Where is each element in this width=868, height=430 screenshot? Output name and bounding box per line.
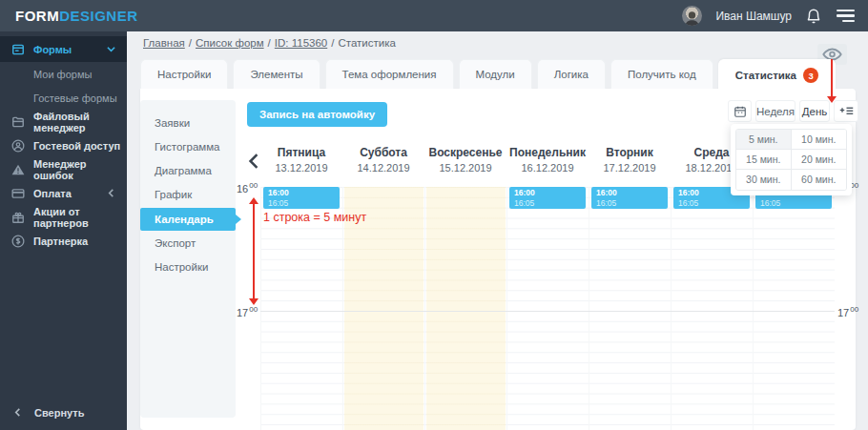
sidebar-collapse-button[interactable]: Свернуть [0,400,127,424]
inner-nav-item-5[interactable]: Экспорт [140,232,236,256]
tab-3[interactable]: Модули [459,59,532,89]
tab-4[interactable]: Логика [537,59,606,89]
sidebar-item-3[interactable]: Файловый менеджер [0,110,127,133]
time-label-left-1: 1700 [237,305,258,318]
sidebar-item-label: Гостевой доступ [33,140,120,152]
inner-nav-item-6[interactable]: Настройки [140,256,236,279]
event-time-next: 16:05 [678,198,750,209]
event-time-start: 16:00 [596,188,668,198]
chevron-down-icon [107,45,115,53]
day-header-4: Вторник17.12.2019 [589,146,671,174]
sidebar-item-label: Гостевые формы [33,92,117,104]
event-time-next: 16:05 [268,198,340,209]
booking-form-button[interactable]: Запись на автомойку [247,102,387,127]
event-time-next: 16:05 [596,198,668,209]
day-header-3: Понедельник16.12.2019 [506,146,589,174]
sidebar-item-label: Файловый менеджер [33,111,127,133]
breadcrumb-item-3: Статистика [338,37,395,49]
view-day-button[interactable]: День [799,100,830,122]
calendar-event-2[interactable]: 16:0016:05 [591,187,668,209]
tab-badge: 3 [803,68,818,83]
day-date: 16.12.2019 [506,162,589,174]
time-minutes: 00 [850,305,858,314]
affiliate-icon [11,235,25,248]
event-time-next: 16:05 [514,198,586,209]
inner-nav-item-2[interactable]: Диаграмма [140,159,236,183]
sidebar-item-label: Акции от партнеров [33,206,127,229]
tab-label: Получить код [628,69,696,80]
interval-option-2[interactable]: 15 мин. [736,150,792,170]
notifications-bell-icon[interactable] [805,8,822,25]
menu-burger-icon[interactable] [836,10,855,22]
sidebar-item-1[interactable]: Мои формы [0,62,127,86]
sidebar-nav: ФормыМои формыГостевые формыФайловый мен… [0,36,127,253]
inner-nav-item-0[interactable]: Заявки [140,112,236,135]
tab-5[interactable]: Получить код [610,59,713,89]
breadcrumb-item-0[interactable]: Главная [143,37,185,49]
topbar-right: Иван Шамшур [682,0,855,31]
chevron-left-icon [13,408,22,417]
sidebar-item-7[interactable]: Акции от партнеров [0,205,127,229]
day-header-1: Суббота14.12.2019 [342,146,424,174]
interval-option-5[interactable]: 60 мин. [792,170,847,190]
time-hour: 17 [237,307,248,318]
day-header-2: Воскресенье15.12.2019 [424,146,506,174]
sidebar-item-4[interactable]: Гостевой доступ [0,133,127,157]
tab-label: Тема оформления [342,69,437,80]
red-scale-arrow [248,197,259,305]
day-name: Воскресенье [424,146,506,159]
user-avatar[interactable] [682,6,702,26]
calendar-picker-button[interactable] [728,100,752,122]
tab-2[interactable]: Тема оформления [325,59,454,89]
sidebar-item-2[interactable]: Гостевые формы [0,86,127,110]
time-hour: 17 [837,307,849,318]
tab-label: Статистика [735,61,796,91]
inner-nav-item-1[interactable]: Гистограмма [140,135,236,159]
time-label-left-0: 1600 [237,181,258,195]
day-name: Суббота [342,146,424,159]
interval-settings-button[interactable] [834,100,858,122]
weekend-column [426,187,506,430]
day-date: 17.12.2019 [589,162,671,174]
chevron-left-icon [107,189,115,197]
interval-option-3[interactable]: 20 мин. [792,150,847,170]
tab-label: Настройки [157,69,211,80]
statistics-inner-nav: ЗаявкиГистограммаДиаграммаГрафикКалендар… [140,100,236,418]
error-manager-icon [11,163,25,176]
tab-0[interactable]: Настройки [140,59,228,89]
interval-option-0[interactable]: 5 мин. [736,130,792,150]
sidebar-item-0[interactable]: Формы [0,36,127,62]
inner-nav-item-3[interactable]: График [140,183,236,207]
breadcrumb-item-2[interactable]: ID: 115360 [275,37,327,49]
tab-6[interactable]: Статистика3 [718,59,836,91]
calendar-event-1[interactable]: 16:0016:05 [509,187,586,209]
view-week-button[interactable]: Неделя [755,100,796,122]
calendar-event-0[interactable]: 16:0016:05 [263,187,340,209]
sidebar-item-8[interactable]: Партнерка [0,229,127,253]
breadcrumb-separator: / [189,37,192,49]
sidebar-item-5[interactable]: Менеджер ошибок [0,157,127,181]
user-name[interactable]: Иван Шамшур [715,10,792,23]
tab-1[interactable]: Элементы [233,59,320,89]
sidebar-item-label: Оплата [33,188,72,199]
breadcrumb-item-1[interactable]: Список форм [196,37,264,49]
time-label-right-1: 1700 [837,305,858,318]
payment-icon [11,187,25,200]
app-logo: FORMDESIGNER [15,8,138,24]
interval-option-4[interactable]: 30 мин. [736,170,792,190]
sidebar-item-label: Партнерка [33,235,88,247]
time-hour: 16 [237,183,248,195]
day-date: 15.12.2019 [424,162,506,174]
calendar-prev-chevron[interactable] [247,154,260,169]
time-minutes: 00 [249,305,258,314]
sidebar-item-label: Мои формы [33,69,92,80]
inner-nav-item-4[interactable]: Календарь [140,208,236,231]
interval-option-1[interactable]: 10 мин. [792,130,847,150]
hour-gridline [260,311,835,312]
tab-label: Логика [554,69,589,80]
interval-dropdown: 5 мин.10 мин.15 мин.20 мин.30 мин.60 мин… [731,124,852,195]
file-manager-icon [11,115,25,129]
guest-access-icon [11,139,25,153]
statistics-content-card: ЗаявкиГистограммаДиаграммаГрафикКалендар… [140,89,856,430]
sidebar-item-6[interactable]: Оплата [0,181,127,205]
